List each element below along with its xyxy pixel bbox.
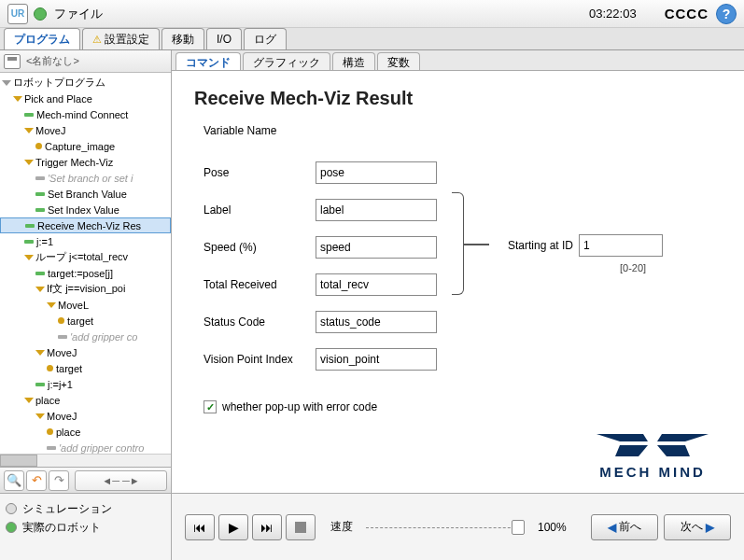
play-button[interactable]: ▶ xyxy=(218,514,248,540)
skip-back-button[interactable]: ⏮ xyxy=(185,514,215,540)
pose-input[interactable] xyxy=(316,161,437,184)
speed-value: 100% xyxy=(538,521,567,534)
program-tree[interactable]: ロボットプログラム Pick and Place Mech-mind Conne… xyxy=(0,73,171,454)
status-input[interactable] xyxy=(316,311,437,333)
tree-item[interactable]: MoveJ xyxy=(0,408,171,424)
bottom-left-panel: シミュレーション 実際のロボット xyxy=(0,494,172,560)
sub-tabs: コマンド グラフィック 構造 変数 xyxy=(172,50,744,71)
label-input[interactable] xyxy=(316,199,437,221)
tree-item[interactable]: ループ j<=total_recv xyxy=(0,249,171,265)
tab-log[interactable]: ログ xyxy=(244,28,287,49)
subtab-variables[interactable]: 変数 xyxy=(377,52,420,70)
tree-item-selected[interactable]: Receive Mech-Viz Res xyxy=(0,217,171,233)
file-bar: <名前なし> xyxy=(0,50,171,73)
vpi-input[interactable] xyxy=(316,348,437,371)
tree-toolbar: 🔍 ↶ ↷ ◄─ ─► xyxy=(0,467,171,493)
starting-id-label: Starting at ID xyxy=(508,239,573,252)
popup-checkbox-row[interactable]: ✓ whether pop-up with error code xyxy=(204,400,722,413)
play-controls: ⏮ ▶ ⏭ xyxy=(185,514,316,540)
ur-logo: UR xyxy=(7,4,28,24)
tab-move[interactable]: 移動 xyxy=(161,28,204,49)
pose-label: Pose xyxy=(204,166,316,179)
tab-installation[interactable]: ⚠設置設定 xyxy=(82,28,160,49)
search-button[interactable]: 🔍 xyxy=(4,470,24,491)
tree-item[interactable]: j:=j+1 xyxy=(0,376,171,392)
status-label: Status Code xyxy=(204,315,316,329)
tree-item[interactable]: 'Set branch or set i xyxy=(0,170,171,186)
tree-item[interactable]: target xyxy=(0,360,171,376)
sim-dot-icon xyxy=(6,503,17,514)
total-label: Total Received xyxy=(204,278,316,291)
save-icon[interactable] xyxy=(4,54,21,69)
tree-item[interactable]: j:=1 xyxy=(0,233,171,249)
redo-button[interactable]: ↷ xyxy=(49,470,69,491)
tree-item[interactable]: 'add gripper co xyxy=(0,329,171,344)
subtab-command[interactable]: コマンド xyxy=(175,52,241,70)
prev-button[interactable]: ◀前へ xyxy=(591,514,658,540)
variable-name-heading: Variable Name xyxy=(204,124,722,137)
starting-id-input[interactable] xyxy=(579,234,663,257)
bottom-right-panel: ⏮ ▶ ⏭ 速度 100% ◀前へ 次へ▶ xyxy=(172,494,744,560)
subtab-graphic[interactable]: グラフィック xyxy=(243,52,330,70)
bottom-bar: シミュレーション 実際のロボット ⏮ ▶ ⏭ 速度 100% ◀前へ 次へ▶ xyxy=(0,493,744,560)
tab-io[interactable]: I/O xyxy=(206,28,242,49)
bracket-icon xyxy=(452,192,489,295)
simulation-row[interactable]: シミュレーション xyxy=(6,499,165,518)
speed-label: Speed (%) xyxy=(204,241,316,254)
checkbox-icon[interactable]: ✓ xyxy=(204,400,217,413)
tree-item[interactable]: target xyxy=(0,313,171,329)
svg-marker-0 xyxy=(597,434,648,441)
tab-program[interactable]: プログラム xyxy=(4,28,80,49)
tree-item[interactable]: target:=pose[j] xyxy=(0,265,171,281)
skip-forward-button[interactable]: ⏭ xyxy=(252,514,282,540)
tree-item[interactable]: Set Index Value xyxy=(0,202,171,217)
tree-item[interactable]: MoveJ xyxy=(0,344,171,360)
tree-item[interactable]: MoveL xyxy=(0,297,171,313)
tree-item[interactable]: 'add gripper contro xyxy=(0,440,171,454)
label-label: Label xyxy=(204,203,316,217)
tree-item[interactable]: If文 j==vision_poi xyxy=(0,281,171,297)
range-hint: [0-20] xyxy=(620,262,646,273)
speed-thumb-icon[interactable] xyxy=(512,520,525,535)
tree-root[interactable]: ロボットプログラム xyxy=(0,75,171,91)
titlebar: UR ファイル 03:22:03 CCCC ? xyxy=(0,0,744,28)
total-input[interactable] xyxy=(316,273,437,296)
tree-scrollbar[interactable] xyxy=(0,454,171,467)
clock: 03:22:03 xyxy=(589,7,637,21)
real-robot-row[interactable]: 実際のロボット xyxy=(6,518,165,537)
main-tabs: プログラム ⚠設置設定 移動 I/O ログ xyxy=(0,28,744,50)
speed-slider[interactable] xyxy=(366,525,525,530)
tree-item[interactable]: place xyxy=(0,424,171,440)
undo-button[interactable]: ↶ xyxy=(26,470,47,491)
tree-item[interactable]: Capture_image xyxy=(0,138,171,154)
subtab-structure[interactable]: 構造 xyxy=(332,52,375,70)
real-dot-icon xyxy=(6,522,17,533)
tree-item[interactable]: Pick and Place xyxy=(0,91,171,106)
svg-marker-3 xyxy=(657,445,690,456)
mech-mind-logo: MECH MIND xyxy=(587,432,718,480)
stop-button[interactable] xyxy=(286,514,316,540)
filename: <名前なし> xyxy=(26,54,79,68)
right-panel: コマンド グラフィック 構造 変数 Receive Mech-Viz Resul… xyxy=(172,50,744,493)
tree-item[interactable]: Mech-mind Connect xyxy=(0,106,171,122)
vpi-label: Vision Point Index xyxy=(204,353,316,366)
tree-item[interactable]: MoveJ xyxy=(0,122,171,138)
speed-label: 速度 xyxy=(330,519,353,535)
command-panel: Receive Mech-Viz Result Variable Name Po… xyxy=(172,71,744,493)
tree-item[interactable]: Set Branch Value xyxy=(0,186,171,202)
popup-checkbox-label: whether pop-up with error code xyxy=(222,400,377,413)
speed-input[interactable] xyxy=(316,236,437,259)
tree-item[interactable]: Trigger Mech-Viz xyxy=(0,154,171,170)
help-button[interactable]: ? xyxy=(716,4,737,24)
panel-title: Receive Mech-Viz Result xyxy=(194,88,722,109)
warning-icon: ⚠ xyxy=(92,34,102,46)
cccc-label: CCCC xyxy=(665,6,709,21)
nav-arrows-widget[interactable]: ◄─ ─► xyxy=(75,470,167,491)
left-panel: <名前なし> ロボットプログラム Pick and Place Mech-min… xyxy=(0,50,172,493)
starting-id-row: Starting at ID xyxy=(508,234,663,257)
tree-item[interactable]: place xyxy=(0,392,171,408)
file-menu[interactable]: ファイル xyxy=(54,6,103,22)
next-button[interactable]: 次へ▶ xyxy=(664,514,731,540)
svg-marker-1 xyxy=(657,434,709,441)
status-dot-icon xyxy=(34,7,47,21)
